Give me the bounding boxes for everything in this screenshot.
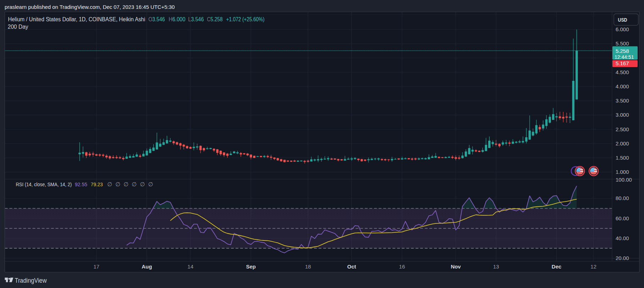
svg-text:Helium / United States Dollar,: Helium / United States Dollar, 1D, COINB… xyxy=(8,16,146,22)
svg-text:100.00: 100.00 xyxy=(616,177,632,183)
svg-text:18: 18 xyxy=(305,264,311,270)
svg-text:TradingView: TradingView xyxy=(15,277,47,284)
svg-text:praslearn published on Trading: praslearn published on TradingView.com, … xyxy=(5,4,175,10)
svg-text:3.500: 3.500 xyxy=(616,98,629,104)
svg-text:5.258: 5.258 xyxy=(616,48,629,54)
svg-text:5.500: 5.500 xyxy=(616,40,629,46)
svg-text:∅: ∅ xyxy=(140,181,145,187)
svg-text:4.000: 4.000 xyxy=(616,83,629,89)
svg-text:RSI (14, close, SMA, 14, 2): RSI (14, close, SMA, 14, 2) xyxy=(16,181,72,187)
svg-text:2.000: 2.000 xyxy=(616,140,629,146)
svg-text:12:44:51: 12:44:51 xyxy=(615,54,634,60)
svg-text:Dec: Dec xyxy=(552,264,562,270)
svg-text:60.00: 60.00 xyxy=(616,215,629,221)
svg-text:∅: ∅ xyxy=(107,181,112,187)
svg-text:14: 14 xyxy=(187,264,193,270)
svg-text:13: 13 xyxy=(493,264,499,270)
svg-text:Aug: Aug xyxy=(142,264,152,270)
svg-text:16: 16 xyxy=(399,264,405,270)
svg-text:3.000: 3.000 xyxy=(616,112,629,118)
svg-text:Sep: Sep xyxy=(246,264,256,270)
svg-text:L3.546: L3.546 xyxy=(188,16,204,22)
svg-text:1.500: 1.500 xyxy=(616,155,629,161)
svg-text:∅: ∅ xyxy=(148,181,153,187)
svg-text:∅: ∅ xyxy=(115,181,120,187)
svg-text:H6.000: H6.000 xyxy=(169,16,185,22)
svg-text:C5.258: C5.258 xyxy=(207,16,223,22)
svg-text:20.00: 20.00 xyxy=(616,255,629,261)
svg-text:200 Day: 200 Day xyxy=(8,24,28,30)
svg-text:O3.546: O3.546 xyxy=(148,16,165,22)
svg-text:79.23: 79.23 xyxy=(91,181,103,187)
svg-text:17: 17 xyxy=(93,264,99,270)
svg-text:+1.072 (+25.60%): +1.072 (+25.60%) xyxy=(226,16,264,22)
svg-text:∅: ∅ xyxy=(124,181,129,187)
svg-text:1.000: 1.000 xyxy=(616,169,629,175)
svg-text:USD: USD xyxy=(618,17,627,23)
svg-text:Oct: Oct xyxy=(347,264,356,270)
svg-text:92.55: 92.55 xyxy=(75,181,87,187)
svg-text:2.500: 2.500 xyxy=(616,126,629,132)
svg-text:4.500: 4.500 xyxy=(616,69,629,75)
svg-text:80.00: 80.00 xyxy=(616,195,629,201)
svg-text:Nov: Nov xyxy=(451,264,461,270)
svg-text:5.167: 5.167 xyxy=(616,60,629,66)
svg-text:40.00: 40.00 xyxy=(616,235,629,241)
svg-text:12: 12 xyxy=(590,264,596,270)
svg-text:∅: ∅ xyxy=(132,181,137,187)
svg-text:6.000: 6.000 xyxy=(616,26,629,32)
